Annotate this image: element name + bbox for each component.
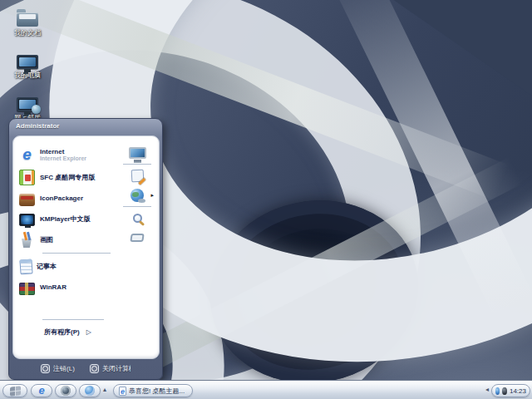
quick-launch-internet-explorer[interactable]: e: [31, 384, 52, 397]
messenger-icon: [85, 386, 95, 396]
my-computer-icon: [17, 55, 38, 69]
quick-launch-expand-chevron-icon[interactable]: ▴: [103, 386, 106, 393]
kmplayer-icon: [19, 214, 35, 226]
media-player-icon: [61, 386, 71, 396]
menu-item-label: 记事本: [37, 263, 57, 270]
winrar-icon: [19, 283, 35, 295]
taskbar-window-label: 恭喜您! 桌酷主题...: [129, 387, 185, 396]
windows-flag-icon: [10, 386, 21, 396]
start-right-run[interactable]: [131, 228, 144, 247]
search-icon: [133, 214, 142, 223]
menu-separator: [42, 319, 104, 320]
submenu-arrow-icon: ▸: [150, 192, 154, 199]
start-menu-places-column: ▸: [116, 143, 158, 247]
notepad-icon: [19, 259, 32, 274]
desktop-icon-label: 我的文档: [3, 29, 52, 37]
start-button[interactable]: [2, 384, 27, 397]
menu-item-label: SFC 桌酷网专用版: [40, 174, 95, 181]
log-off-button[interactable]: 注销(L): [41, 364, 75, 373]
log-off-label: 注销(L): [53, 364, 75, 373]
all-programs-label: 所有程序(P): [44, 328, 80, 337]
desktop-icon-my-computer[interactable]: 我的电脑: [3, 47, 52, 79]
menu-item-notepad[interactable]: 记事本: [19, 256, 112, 277]
quick-launch-messenger[interactable]: [79, 384, 101, 397]
all-programs-arrow-icon: ▷: [86, 328, 91, 336]
turn-off-label: 关闭计算机: [102, 364, 131, 373]
tray-ime-icon[interactable]: [495, 387, 500, 395]
menu-item-sublabel: Internet Explorer: [40, 155, 86, 161]
start-menu-panel: e Internet Internet Explorer SFC 桌酷网专用版 …: [12, 135, 160, 359]
my-computer-icon: [129, 147, 146, 159]
network-places-icon: [17, 97, 38, 111]
ie-document-icon: e: [119, 387, 126, 396]
taskbar-clock: 14:23: [510, 387, 526, 395]
all-programs-button[interactable]: 所有程序(P) ▷: [19, 323, 112, 337]
internet-explorer-icon: e: [38, 386, 44, 396]
menu-item-label: KMPlayer中文版: [40, 215, 90, 223]
sfc-app-icon: [19, 170, 35, 185]
tray-antivirus-icon[interactable]: [502, 387, 506, 395]
system-tray: 14:23: [491, 384, 530, 397]
menu-item-label: 画图: [40, 236, 53, 244]
menu-separator: [42, 253, 111, 254]
start-menu-footer: 注销(L) 关闭计算机: [9, 358, 162, 379]
quick-launch-media-player[interactable]: [55, 384, 76, 397]
menu-separator: [123, 164, 151, 165]
menu-item-winrar[interactable]: WinRAR: [19, 277, 112, 298]
connect-to-globe-icon: [131, 189, 144, 202]
menu-item-kmplayer[interactable]: KMPlayer中文版: [19, 209, 112, 229]
menu-item-iconpackager[interactable]: IconPackager: [19, 188, 112, 209]
start-right-control-panel[interactable]: [131, 166, 144, 185]
menu-item-label: Internet: [40, 148, 86, 155]
run-icon: [130, 234, 144, 242]
documents-folder-icon: [17, 12, 38, 27]
start-menu-user-name: Administrator: [9, 119, 162, 130]
iconpackager-icon: [19, 194, 35, 206]
desktop-icon-my-documents[interactable]: 我的文档: [3, 5, 52, 37]
taskbar: e ▴ e 恭喜您! 桌酷主题... ◂ 14:23: [0, 381, 532, 399]
control-panel-icon: [131, 170, 144, 183]
taskbar-window-button[interactable]: e 恭喜您! 桌酷主题...: [113, 384, 193, 397]
desktop-icon-network-places[interactable]: 网上邻居: [3, 90, 52, 121]
turn-off-computer-button[interactable]: 关闭计算机: [90, 364, 131, 373]
desktop-screen: 我的文档 我的电脑 网上邻居 Administrator e Internet: [0, 0, 532, 399]
menu-item-label: WinRAR: [40, 283, 66, 291]
menu-separator: [123, 206, 151, 207]
start-menu-program-list: e Internet Internet Explorer SFC 桌酷网专用版 …: [19, 142, 112, 337]
menu-item-internet[interactable]: e Internet Internet Explorer: [19, 142, 112, 167]
start-right-connect-to[interactable]: ▸: [131, 185, 144, 204]
desktop-icon-label: 我的电脑: [3, 71, 52, 79]
start-menu: Administrator e Internet Internet Explor…: [8, 118, 163, 380]
menu-item-label: IconPackager: [40, 195, 83, 202]
tray-collapse-chevron-icon[interactable]: ◂: [485, 386, 489, 393]
network-globe-icon: [32, 105, 41, 114]
internet-explorer-icon: e: [19, 147, 35, 163]
turn-off-icon: [90, 364, 99, 373]
start-right-search[interactable]: [133, 209, 142, 228]
start-right-my-computer[interactable]: [129, 143, 146, 162]
paint-icon: [19, 232, 35, 248]
log-off-icon: [41, 364, 50, 373]
menu-item-paint[interactable]: 画图: [19, 229, 112, 250]
menu-item-sfc[interactable]: SFC 桌酷网专用版: [19, 167, 112, 188]
desktop-icons: 我的文档 我的电脑 网上邻居: [3, 5, 52, 132]
